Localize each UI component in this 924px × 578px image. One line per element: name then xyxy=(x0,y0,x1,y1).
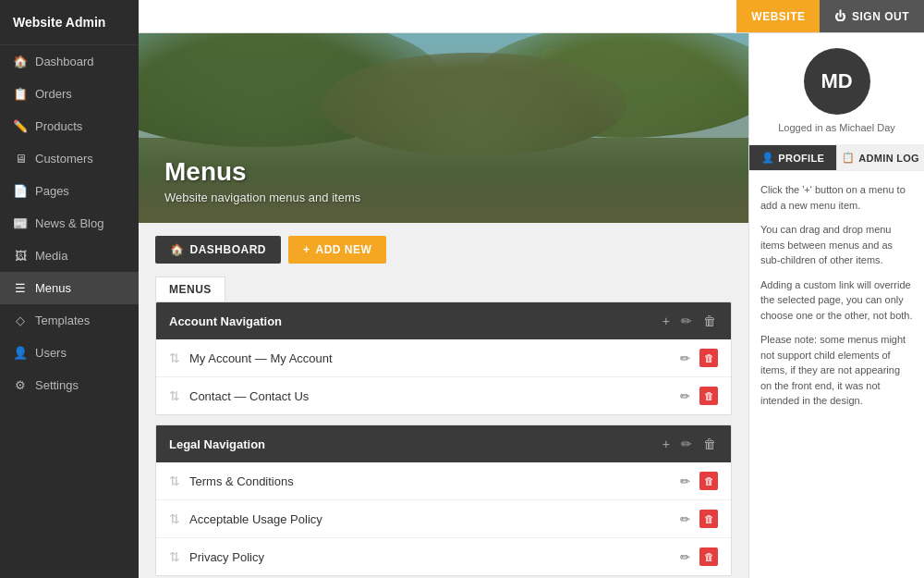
drag-handle-icon[interactable]: ⇅ xyxy=(169,388,180,403)
sidebar-item-label: Menus xyxy=(35,281,71,295)
header-actions: + ✏ 🗑 xyxy=(661,435,718,453)
avatar: MD xyxy=(804,48,870,115)
sidebar-item-users[interactable]: 👤 Users xyxy=(0,337,139,369)
drag-handle-icon[interactable]: ⇅ xyxy=(169,473,180,488)
menu-group-name: Legal Navigation xyxy=(169,437,265,451)
logged-in-text: Logged in as Michael Day xyxy=(778,122,895,133)
sidebar-item-menus[interactable]: ☰ Menus xyxy=(0,272,139,304)
home-icon: 🏠 xyxy=(170,243,185,256)
drag-handle-icon[interactable]: ⇅ xyxy=(169,549,180,564)
customers-icon: 🖥 xyxy=(13,152,28,166)
admin-log-button[interactable]: 📋 ADMIN LOG xyxy=(836,145,924,170)
menu-item-label: Contact — Contact Us xyxy=(189,389,667,403)
drag-handle-icon[interactable]: ⇅ xyxy=(169,350,180,365)
drag-handle-icon[interactable]: ⇅ xyxy=(169,511,180,526)
menu-group-name: Account Navigation xyxy=(169,314,282,328)
hero-text: Menus Website navigation menus and items xyxy=(139,139,386,223)
menus-list: Account Navigation + ✏ 🗑 ⇅ My Account — … xyxy=(139,301,748,578)
sidebar-item-label: Settings xyxy=(35,378,79,392)
hero-subtitle: Website navigation menus and items xyxy=(164,191,360,204)
add-menu-item-button[interactable]: + xyxy=(661,312,672,330)
delete-menu-button[interactable]: 🗑 xyxy=(701,312,718,330)
delete-menu-button[interactable]: 🗑 xyxy=(701,435,718,453)
signout-icon: ⏻ xyxy=(834,10,846,23)
users-icon: 👤 xyxy=(13,346,28,360)
edit-item-button[interactable]: ✏ xyxy=(676,548,694,566)
sidebar-item-news-blog[interactable]: 📰 News & Blog xyxy=(0,207,139,240)
profile-button[interactable]: 👤 PROFILE xyxy=(749,145,836,170)
sidebar-item-label: Media xyxy=(35,249,67,263)
sidebar-item-label: News & Blog xyxy=(35,216,103,230)
menu-item-label: Acceptable Usage Policy xyxy=(189,512,667,526)
menu-group-header-account-navigation: Account Navigation + ✏ 🗑 xyxy=(156,302,731,339)
menu-item-label: My Account — My Account xyxy=(189,351,667,365)
settings-icon: ⚙ xyxy=(13,378,28,392)
site-title: Website Admin xyxy=(0,0,139,45)
templates-icon: ◇ xyxy=(13,314,28,327)
add-new-button[interactable]: + ADD NEW xyxy=(288,236,386,264)
header-actions: + ✏ 🗑 xyxy=(661,312,718,330)
topbar: WEBSITE ⏻ SIGN OUT xyxy=(139,0,924,33)
sidebar-item-orders[interactable]: 📋 Orders xyxy=(0,78,139,110)
menu-group-account-navigation: Account Navigation + ✏ 🗑 ⇅ My Account — … xyxy=(155,301,732,415)
sidebar-item-media[interactable]: 🖼 Media xyxy=(0,240,139,272)
help-text-3: Adding a custom link will override the s… xyxy=(760,277,913,324)
pages-icon: 📄 xyxy=(13,184,28,198)
add-menu-item-button[interactable]: + xyxy=(661,435,672,453)
edit-item-button[interactable]: ✏ xyxy=(676,473,694,490)
sidebar-item-dashboard[interactable]: 🏠 Dashboard xyxy=(0,45,139,78)
menu-group-header-legal-navigation: Legal Navigation + ✏ 🗑 xyxy=(156,425,731,462)
dashboard-button[interactable]: 🏠 DASHBOARD xyxy=(155,236,281,264)
menu-item-row: ⇅ Privacy Policy ✏ 🗑 xyxy=(156,538,731,575)
profile-section: MD Logged in as Michael Day xyxy=(749,33,924,144)
sidebar-item-label: Pages xyxy=(35,184,69,198)
help-text-4: Please note: some menus might not suppor… xyxy=(760,332,913,409)
edit-item-button[interactable]: ✏ xyxy=(676,350,694,367)
menu-item-row: ⇅ My Account — My Account ✏ 🗑 xyxy=(156,339,731,377)
edit-item-button[interactable]: ✏ xyxy=(676,387,694,405)
delete-item-button[interactable]: 🗑 xyxy=(699,387,718,405)
menu-item-actions: ✏ 🗑 xyxy=(676,387,718,405)
help-text: Click the '+' button on a menu to add a … xyxy=(749,171,924,420)
hero-banner: Menus Website navigation menus and items xyxy=(139,33,748,223)
sidebar-item-label: Templates xyxy=(35,314,90,327)
sidebar-item-customers[interactable]: 🖥 Customers xyxy=(0,142,139,175)
menu-group-legal-navigation: Legal Navigation + ✏ 🗑 ⇅ Terms & Conditi… xyxy=(155,424,732,576)
dashboard-icon: 🏠 xyxy=(13,55,28,68)
signout-button[interactable]: ⏻ SIGN OUT xyxy=(820,0,924,32)
sidebar-item-label: Dashboard xyxy=(35,55,94,68)
center-area: Menus Website navigation menus and items… xyxy=(139,33,748,578)
menu-item-row: ⇅ Acceptable Usage Policy ✏ 🗑 xyxy=(156,500,731,538)
website-button[interactable]: WEBSITE xyxy=(736,0,820,32)
sidebar-item-templates[interactable]: ◇ Templates xyxy=(0,304,139,337)
sidebar-item-label: Users xyxy=(35,346,67,360)
menu-item-row: ⇅ Contact — Contact Us ✏ 🗑 xyxy=(156,377,731,414)
orders-icon: 📋 xyxy=(13,87,28,101)
nav-items: 🏠 Dashboard📋 Orders✏️ Products🖥 Customer… xyxy=(0,45,139,401)
news-blog-icon: 📰 xyxy=(13,216,28,230)
menu-item-row: ⇅ Terms & Conditions ✏ 🗑 xyxy=(156,462,731,500)
profile-buttons: 👤 PROFILE 📋 ADMIN LOG xyxy=(749,144,924,171)
tab-menus[interactable]: MENUS xyxy=(155,277,225,301)
sidebar-item-pages[interactable]: 📄 Pages xyxy=(0,175,139,207)
content-wrapper: Menus Website navigation menus and items… xyxy=(139,33,924,578)
sidebar: Website Admin 🏠 Dashboard📋 Orders✏️ Prod… xyxy=(0,0,139,578)
delete-item-button[interactable]: 🗑 xyxy=(699,547,718,566)
edit-menu-button[interactable]: ✏ xyxy=(679,435,694,453)
menus-icon: ☰ xyxy=(13,281,28,295)
menu-item-label: Terms & Conditions xyxy=(189,474,667,488)
delete-item-button[interactable]: 🗑 xyxy=(699,510,718,528)
menu-item-label: Privacy Policy xyxy=(189,550,667,564)
plus-icon: + xyxy=(303,243,310,256)
edit-item-button[interactable]: ✏ xyxy=(676,510,694,528)
help-text-1: Click the '+' button on a menu to add a … xyxy=(760,182,913,213)
right-panel: MD Logged in as Michael Day 👤 PROFILE 📋 … xyxy=(748,33,924,578)
menu-item-actions: ✏ 🗑 xyxy=(676,547,718,566)
sidebar-item-products[interactable]: ✏️ Products xyxy=(0,110,139,142)
delete-item-button[interactable]: 🗑 xyxy=(699,472,718,490)
sidebar-item-settings[interactable]: ⚙ Settings xyxy=(0,369,139,401)
delete-item-button[interactable]: 🗑 xyxy=(699,349,718,367)
media-icon: 🖼 xyxy=(13,249,28,263)
sidebar-item-label: Customers xyxy=(35,152,93,166)
edit-menu-button[interactable]: ✏ xyxy=(679,312,694,330)
